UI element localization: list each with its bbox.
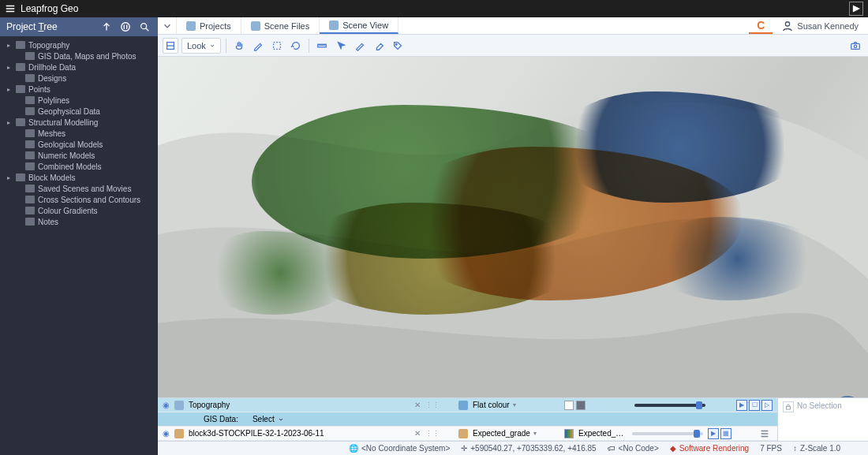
look-dropdown[interactable]: Look (181, 38, 221, 54)
tree-item[interactable]: Geophysical Data (0, 106, 158, 117)
user-menu[interactable]: Susan Kennedy (773, 17, 868, 34)
rendering-status: ◆ Software Rendering (670, 444, 749, 453)
tree-item[interactable]: Cross Sections and Contours (0, 194, 158, 205)
layer-icon (174, 429, 184, 438)
opacity-slider[interactable] (632, 432, 703, 435)
tree-item[interactable]: Notes (0, 216, 158, 227)
arrows-icon: ✛ (461, 444, 467, 453)
visibility-toggle-icon[interactable]: ◉ (163, 429, 170, 438)
eraser-icon[interactable] (371, 38, 387, 54)
tree-item-label: Structural Modelling (28, 118, 153, 127)
tree-item[interactable]: ▸Block Models (0, 172, 158, 183)
tree-item-label: Geological Models (38, 140, 153, 149)
folder-icon (25, 185, 35, 192)
folder-icon (25, 140, 35, 148)
up-arrow-icon[interactable] (99, 20, 114, 34)
folder-icon (25, 74, 35, 82)
legend-label: Expected_gr… (578, 429, 627, 438)
camera-icon[interactable] (847, 38, 863, 54)
cursor-icon[interactable] (333, 38, 349, 54)
chevron-down-icon[interactable] (158, 17, 177, 34)
layer-row-blockmodel[interactable]: ◉ block3d-STOCKPILE-32-1-2023-06-11 ✕ ⋮⋮… (158, 427, 777, 441)
gis-data-label: GIS Data: (204, 415, 238, 423)
close-icon[interactable]: ✕ (414, 401, 421, 409)
play-icon[interactable]: ▶ (708, 428, 719, 439)
folder-icon (25, 218, 35, 226)
tree-item[interactable]: Colour Gradients (0, 205, 158, 216)
ruler-icon[interactable] (314, 38, 330, 54)
block-model-overlay (200, 77, 840, 356)
code-status[interactable]: 🏷 <No Code> (608, 444, 659, 453)
opacity-slider[interactable] (634, 404, 705, 407)
tree-item[interactable]: Saved Scenes and Movies (0, 183, 158, 194)
zscale-status[interactable]: ↕ Z-Scale 1.0 (793, 444, 840, 453)
lock-icon[interactable] (783, 401, 794, 412)
colour-mode-dropdown[interactable]: Expected_grade▾ (473, 429, 559, 438)
grid-icon[interactable]: ▦ (720, 428, 731, 439)
hamburger-icon[interactable] (5, 3, 16, 14)
tree-item-label: Block Models (28, 173, 153, 182)
tab-label: Projects (200, 21, 231, 31)
colour-mode-dropdown[interactable]: Flat colour▾ (473, 401, 559, 409)
tab-projects[interactable]: Projects (177, 17, 241, 34)
tree-item-label: Points (28, 85, 153, 94)
play-icon[interactable]: ▶ (736, 400, 747, 411)
search-icon[interactable] (137, 20, 152, 34)
brand-logo[interactable]: C (749, 17, 773, 34)
colour-swatches[interactable] (564, 401, 586, 410)
tree-item[interactable]: Polylines (0, 95, 158, 106)
tree-item[interactable]: ▸Structural Modelling (0, 117, 158, 128)
folder-icon (25, 196, 35, 203)
expander-icon[interactable]: ▸ (5, 86, 13, 93)
app-title: Leapfrog Geo (21, 3, 849, 14)
selection-status: No Selection (797, 401, 842, 410)
visibility-toggle-icon[interactable]: ◉ (163, 401, 170, 409)
tree-item[interactable]: Designs (0, 73, 158, 84)
project-tree[interactable]: ▸TopographyGIS Data, Maps and Photos▸Dri… (0, 36, 158, 455)
close-icon[interactable]: ✕ (414, 429, 421, 438)
tree-item[interactable]: ▸Drillhole Data (0, 62, 158, 73)
top-tab-bar: ProjectsScene FilesScene View C Susan Ke… (158, 17, 868, 35)
scene-viewport[interactable]: Plunge +00 Azimuth 000 0255075100 (158, 57, 868, 397)
tree-item[interactable]: Geological Models (0, 139, 158, 150)
tag-icon[interactable] (390, 38, 406, 54)
tree-item[interactable]: GIS Data, Maps and Photos (0, 50, 158, 62)
list-icon[interactable] (757, 426, 773, 442)
legend-swatch[interactable] (564, 429, 574, 438)
edit-icon[interactable] (352, 38, 368, 54)
tree-item-label: Numeric Models (38, 151, 153, 160)
tree-item[interactable]: ▸Topography (0, 39, 158, 50)
tree-item[interactable]: Meshes (0, 128, 158, 139)
pencil-tool-icon[interactable] (250, 38, 266, 54)
svg-point-2 (786, 21, 790, 25)
layer-row-gis-sub[interactable]: GIS Data: Select (158, 412, 777, 427)
svg-point-8 (854, 45, 857, 48)
rotate-tool-icon[interactable] (288, 38, 304, 54)
expander-icon[interactable]: ▸ (5, 64, 13, 71)
skip-icon[interactable]: ▷ (761, 400, 773, 411)
gis-data-dropdown[interactable]: Select (253, 415, 284, 423)
drag-handle-icon[interactable]: ⋮⋮ (425, 430, 440, 438)
collapse-panel-icon[interactable] (849, 2, 863, 16)
svg-rect-4 (273, 42, 280, 49)
pause-icon[interactable] (118, 20, 133, 34)
tab-scene-files[interactable]: Scene Files (241, 17, 320, 34)
tree-item[interactable]: ▸Points (0, 84, 158, 95)
tree-item-label: Polylines (38, 96, 153, 105)
layer-row-topography[interactable]: ◉ Topography ✕ ⋮⋮ Flat colour▾ (158, 398, 777, 412)
home-view-icon[interactable] (163, 38, 178, 54)
tab-scene-view[interactable]: Scene View (320, 17, 398, 34)
coord-system-status[interactable]: 🌐 <No Coordinate System> (349, 444, 450, 453)
pan-tool-icon[interactable] (231, 38, 247, 54)
tab-icon (329, 21, 339, 30)
tree-item[interactable]: Numeric Models (0, 150, 158, 161)
drag-handle-icon[interactable]: ⋮⋮ (425, 401, 440, 409)
expander-icon[interactable]: ▸ (5, 119, 13, 126)
box-icon[interactable]: ☐ (749, 400, 760, 411)
expander-icon[interactable]: ▸ (5, 174, 13, 181)
scene-toolbar: Look (158, 35, 868, 57)
expander-icon[interactable]: ▸ (5, 42, 13, 49)
tree-item[interactable]: Combined Models (0, 161, 158, 172)
select-box-icon[interactable] (269, 38, 285, 54)
cube-icon: ◆ (670, 444, 676, 453)
